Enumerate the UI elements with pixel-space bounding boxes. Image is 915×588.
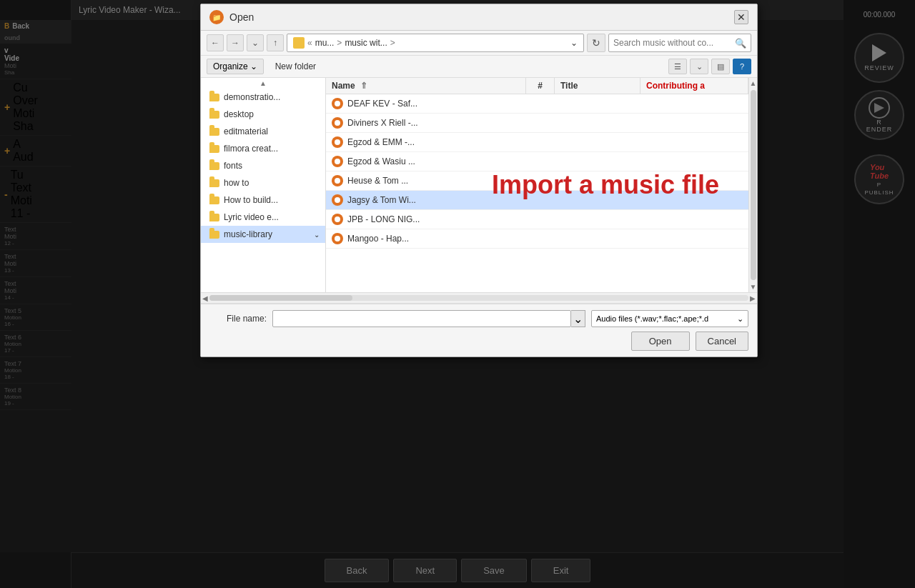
folder-item-howtobuild[interactable]: How to build... <box>201 191 325 209</box>
audio-icon-7 <box>332 233 343 244</box>
folder-label-desktop: desktop <box>224 109 254 119</box>
folder-icon-howto <box>209 179 219 187</box>
open-button[interactable]: Open <box>631 332 690 351</box>
breadcrumb-part1[interactable]: mu... <box>315 38 335 48</box>
file-num-1 <box>526 119 555 126</box>
organize-button[interactable]: Organize ⌄ <box>207 59 264 74</box>
dialog-nav-toolbar: ← → ⌄ ↑ « mu... > music wit... > ⌄ ↻ 🔍 <box>201 31 757 56</box>
breadcrumb-bar: « mu... > music wit... > ⌄ <box>287 34 584 52</box>
file-row-0[interactable]: DEAF KEV - Saf... <box>326 94 748 114</box>
filename-label: File name: <box>209 314 267 324</box>
file-title-4 <box>555 177 640 184</box>
file-num-7 <box>526 235 555 242</box>
file-name-0: DEAF KEV - Saf... <box>326 94 526 113</box>
forward-nav-button[interactable]: → <box>227 34 244 51</box>
dialog-title-icon: 📁 <box>209 10 224 24</box>
horizontal-scrollbar[interactable]: ◀ ▶ <box>201 292 757 304</box>
h-scroll-track <box>209 295 748 301</box>
new-folder-button[interactable]: New folder <box>269 59 322 74</box>
dialog-scrollbar[interactable]: ▲ ▼ <box>748 78 757 292</box>
dialog-title-label: Open <box>229 11 254 23</box>
scroll-left-btn[interactable]: ◀ <box>202 294 208 302</box>
filename-dropdown-button[interactable]: ⌄ <box>571 310 585 327</box>
file-name-2: Egzod & EMM -... <box>326 133 526 151</box>
file-title-0 <box>555 100 640 107</box>
up-nav-button[interactable]: ↑ <box>267 34 284 51</box>
dialog-organize-toolbar: Organize ⌄ New folder ☰ ⌄ ▤ ? <box>201 56 757 78</box>
folder-icon-music-library <box>209 231 219 239</box>
scroll-down-btn[interactable]: ▼ <box>748 281 758 292</box>
file-num-2 <box>526 139 555 146</box>
scroll-up-btn[interactable]: ▲ <box>748 78 758 89</box>
import-music-text: Import a music file <box>640 177 719 184</box>
dropdown-nav-button[interactable]: ⌄ <box>247 34 264 51</box>
column-header-title[interactable]: Title <box>555 78 640 94</box>
open-dialog: 📁 Open ✕ ← → ⌄ ↑ « mu... > music wit... … <box>200 4 758 357</box>
file-row-7[interactable]: Mangoo - Hap... <box>326 229 748 249</box>
scroll-thumb[interactable] <box>751 90 756 280</box>
file-row-6[interactable]: JPB - LONG NIG... <box>326 210 748 229</box>
file-title-3 <box>555 158 640 165</box>
cancel-button[interactable]: Cancel <box>696 332 748 351</box>
folder-label-lyric: Lyric video e... <box>224 212 279 222</box>
file-row-1[interactable]: Diviners X Riell -... <box>326 114 748 133</box>
file-name-1: Diviners X Riell -... <box>326 114 526 132</box>
column-header-number[interactable]: # <box>526 78 555 94</box>
breadcrumb-sep2: > <box>390 38 395 48</box>
help-button[interactable]: ? <box>733 59 751 74</box>
file-row-5[interactable]: Jagsy & Tom Wi... <box>326 191 748 210</box>
search-bar: 🔍 <box>608 34 751 52</box>
column-header-name[interactable]: Name ⇑ <box>326 78 526 94</box>
breadcrumb-part2[interactable]: music wit... <box>345 38 387 48</box>
dialog-titlebar: 📁 Open ✕ <box>201 4 757 31</box>
h-scroll-thumb[interactable] <box>209 295 352 301</box>
folder-item-music-library[interactable]: music-library ⌄ <box>201 226 325 243</box>
file-row-2[interactable]: Egzod & EMM -... <box>326 133 748 152</box>
folder-item-demonstratio[interactable]: demonstratio... <box>201 89 325 106</box>
filetype-select[interactable]: Audio files (*.wav;*.flac;*.ape;*.d ⌄ <box>591 310 748 327</box>
file-title-2 <box>555 139 640 146</box>
dialog-close-button[interactable]: ✕ <box>734 10 748 24</box>
folder-item-editmaterial[interactable]: editmaterial <box>201 123 325 140</box>
folder-label-howtobuild: How to build... <box>224 195 278 205</box>
folder-label-demonstratio: demonstratio... <box>224 92 280 102</box>
breadcrumb-dropdown-icon[interactable]: ⌄ <box>570 38 578 48</box>
folder-icon-howtobuild <box>209 196 219 204</box>
scroll-right-btn[interactable]: ▶ <box>750 294 756 302</box>
file-title-5 <box>555 196 640 204</box>
folder-item-filmora[interactable]: filmora creat... <box>201 140 325 157</box>
column-header-contributing[interactable]: Contributing a <box>640 78 748 94</box>
folder-icon-fonts <box>209 162 219 170</box>
file-contrib-6 <box>640 216 748 223</box>
folder-icon-lyric <box>209 214 219 221</box>
folder-item-desktop[interactable]: desktop <box>201 106 325 123</box>
folder-icon-desktop <box>209 111 219 119</box>
sort-arrow-name: ⇑ <box>360 81 367 91</box>
file-row-4[interactable]: Heuse & Tom ... Import a music file <box>326 171 748 191</box>
view-detail-button[interactable]: ▤ <box>711 59 730 74</box>
file-row-3[interactable]: Egzod & Wasiu ... <box>326 152 748 171</box>
file-contrib-7 <box>640 235 748 242</box>
organize-label: Organize <box>213 61 248 71</box>
file-num-6 <box>526 216 555 223</box>
breadcrumb-sep1: > <box>337 38 342 48</box>
back-nav-button[interactable]: ← <box>207 34 224 51</box>
audio-icon-3 <box>332 156 343 167</box>
action-row: Open Cancel <box>209 332 748 351</box>
filename-row: File name: ⌄ Audio files (*.wav;*.flac;*… <box>209 310 748 327</box>
file-name-3: Egzod & Wasiu ... <box>326 152 526 171</box>
filename-input[interactable] <box>272 310 571 327</box>
folder-item-fonts[interactable]: fonts <box>201 157 325 174</box>
view-list-button[interactable]: ☰ <box>668 59 687 74</box>
folder-item-lyric[interactable]: Lyric video e... <box>201 209 325 226</box>
search-input[interactable] <box>613 38 732 48</box>
view-dropdown-button[interactable]: ⌄ <box>690 59 708 74</box>
folder-pane: ▲ demonstratio... desktop editmaterial f… <box>201 78 326 292</box>
folder-item-howto[interactable]: how to <box>201 174 325 191</box>
dialog-overlay: 📁 Open ✕ ← → ⌄ ↑ « mu... > music wit... … <box>0 0 915 588</box>
file-title-1 <box>555 119 640 126</box>
audio-icon-2 <box>332 136 343 148</box>
refresh-button[interactable]: ↻ <box>587 34 605 52</box>
view-controls: ☰ ⌄ ▤ ? <box>668 59 751 74</box>
file-list-header: Name ⇑ # Title Contributing a <box>326 78 748 94</box>
